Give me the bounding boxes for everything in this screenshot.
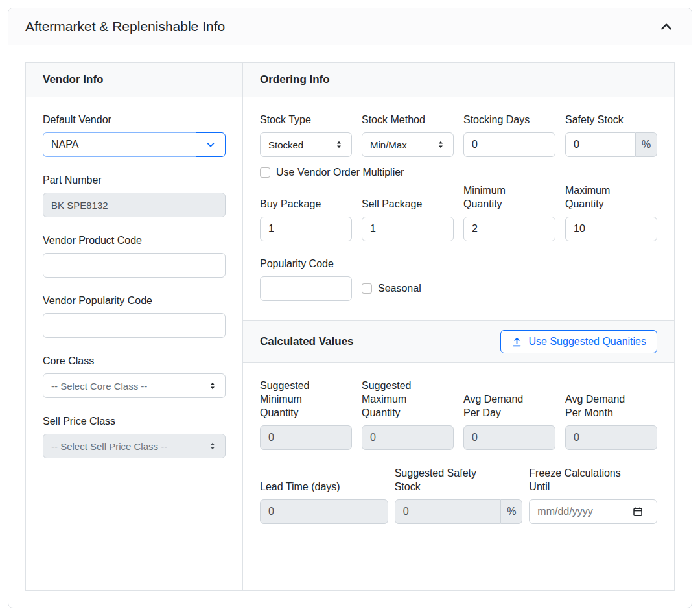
default-vendor-input[interactable] bbox=[43, 132, 196, 157]
stock-method-value: Min/Max bbox=[370, 139, 407, 150]
minimum-quantity-input[interactable] bbox=[463, 217, 555, 241]
card-title: Aftermarket & Replenishable Info bbox=[25, 19, 225, 34]
use-suggested-quantities-button[interactable]: Use Suggested Quanities bbox=[500, 330, 657, 353]
core-class-value: -- Select Core Class -- bbox=[51, 381, 147, 392]
use-vendor-order-multiplier-checkbox[interactable] bbox=[260, 167, 270, 178]
ordering-row-2: Buy Package Sell Package Minimum Quantit… bbox=[260, 184, 657, 241]
seasonal-label: Seasonal bbox=[378, 283, 421, 294]
sell-price-class-field: Sell Price Class -- Select Sell Price Cl… bbox=[43, 414, 226, 458]
stock-type-value: Stocked bbox=[268, 139, 303, 150]
core-class-label[interactable]: Core Class bbox=[43, 354, 226, 368]
lead-time-label: Lead Time (days) bbox=[260, 480, 388, 493]
lead-time-input bbox=[260, 499, 388, 524]
suggested-safety-stock-input bbox=[395, 499, 502, 524]
popularity-code-input[interactable] bbox=[260, 276, 352, 301]
buy-package-field: Buy Package bbox=[260, 197, 352, 241]
ordering-info-title: Ordering Info bbox=[243, 63, 674, 97]
sell-price-class-select: -- Select Sell Price Class -- bbox=[43, 434, 226, 458]
avg-demand-per-day-label: Avg Demand Per Day bbox=[463, 392, 538, 420]
stock-method-label: Stock Method bbox=[362, 113, 454, 126]
popularity-code-label: Popularity Code bbox=[260, 257, 352, 270]
core-class-field: Core Class -- Select Core Class -- bbox=[43, 354, 226, 398]
stocking-days-input[interactable] bbox=[463, 132, 555, 157]
stock-type-label: Stock Type bbox=[260, 113, 352, 126]
suggested-maximum-quantity-label: Suggested Maximum Quantity bbox=[362, 379, 423, 420]
seasonal-checkbox[interactable] bbox=[362, 283, 372, 294]
safety-stock-input[interactable] bbox=[565, 132, 636, 157]
sell-package-field: Sell Package bbox=[362, 197, 454, 241]
ordering-row-1: Stock Type Stocked Stock Method bbox=[260, 113, 657, 157]
maximum-quantity-label: Maximum Quantity bbox=[565, 184, 627, 211]
use-vendor-order-multiplier-row: Use Vendor Order Multiplier bbox=[260, 167, 657, 178]
vendor-product-code-label: Vendor Product Code bbox=[43, 233, 226, 247]
suggested-maximum-quantity-field: Suggested Maximum Quantity bbox=[362, 379, 454, 450]
sell-price-class-value: -- Select Sell Price Class -- bbox=[51, 441, 167, 452]
avg-demand-per-month-field: Avg Demand Per Month bbox=[565, 392, 657, 450]
suggested-safety-stock-group: % bbox=[395, 499, 523, 524]
panel-box: Vendor Info Default Vendor bbox=[25, 62, 675, 591]
stock-method-select[interactable]: Min/Max bbox=[362, 132, 454, 157]
card-body: Vendor Info Default Vendor bbox=[8, 45, 692, 608]
default-vendor-field: Default Vendor bbox=[43, 113, 226, 157]
double-arrow-icon bbox=[208, 441, 217, 451]
sell-package-input[interactable] bbox=[362, 217, 454, 241]
vendor-popularity-code-field: Vendor Popularity Code bbox=[43, 294, 226, 338]
freeze-calculations-date-input[interactable] bbox=[529, 499, 657, 524]
calculated-values-body: Suggested Minimum Quantity Suggested Max… bbox=[243, 363, 674, 543]
page: Aftermarket & Replenishable Info Vendor … bbox=[0, 0, 700, 616]
maximum-quantity-field: Maximum Quantity bbox=[565, 184, 657, 241]
freeze-calculations-field: Freeze Calculations Until bbox=[529, 466, 657, 524]
buy-package-label: Buy Package bbox=[260, 197, 352, 211]
percent-addon: % bbox=[636, 132, 657, 157]
aftermarket-card: Aftermarket & Replenishable Info Vendor … bbox=[8, 8, 692, 608]
chevron-down-icon bbox=[205, 139, 216, 150]
double-arrow-icon bbox=[208, 381, 217, 391]
stocking-days-label: Stocking Days bbox=[463, 113, 555, 126]
vendor-info-body: Default Vendor Part bbox=[26, 97, 242, 478]
maximum-quantity-input[interactable] bbox=[565, 217, 657, 241]
ordering-info-body: Stock Type Stocked Stock Method bbox=[243, 97, 674, 320]
safety-stock-group: % bbox=[565, 132, 657, 157]
avg-demand-per-day-input bbox=[463, 425, 555, 450]
avg-demand-per-day-field: Avg Demand Per Day bbox=[463, 392, 555, 450]
card-header[interactable]: Aftermarket & Replenishable Info bbox=[8, 8, 692, 45]
chevron-up-icon bbox=[659, 19, 673, 34]
arrow-up-from-line-icon bbox=[511, 337, 522, 348]
double-arrow-icon bbox=[436, 139, 445, 150]
vendor-info-panel: Vendor Info Default Vendor bbox=[26, 63, 243, 590]
suggested-maximum-quantity-input bbox=[362, 425, 454, 450]
stock-type-field: Stock Type Stocked bbox=[260, 113, 352, 157]
part-number-field: Part Number bbox=[43, 173, 226, 217]
vendor-product-code-input[interactable] bbox=[43, 253, 226, 278]
suggested-minimum-quantity-label: Suggested Minimum Quantity bbox=[260, 379, 321, 420]
part-number-input bbox=[43, 193, 226, 217]
stock-method-field: Stock Method Min/Max bbox=[362, 113, 454, 157]
buy-package-input[interactable] bbox=[260, 217, 352, 241]
part-number-label[interactable]: Part Number bbox=[43, 173, 226, 187]
default-vendor-dropdown-button[interactable] bbox=[196, 132, 226, 157]
freeze-calculations-date-wrap bbox=[529, 499, 657, 524]
avg-demand-per-month-input bbox=[565, 425, 657, 450]
stock-type-select[interactable]: Stocked bbox=[260, 132, 352, 157]
ordering-info-panel: Ordering Info Stock Type Stocked bbox=[243, 63, 674, 590]
vendor-popularity-code-label: Vendor Popularity Code bbox=[43, 294, 226, 307]
suggested-minimum-quantity-field: Suggested Minimum Quantity bbox=[260, 379, 352, 450]
use-suggested-quantities-label: Use Suggested Quanities bbox=[529, 336, 646, 348]
collapse-button[interactable] bbox=[658, 18, 675, 35]
calculated-row-1: Suggested Minimum Quantity Suggested Max… bbox=[260, 379, 657, 450]
safety-stock-field: Safety Stock % bbox=[565, 113, 657, 157]
percent-addon: % bbox=[501, 499, 522, 524]
minimum-quantity-field: Minimum Quantity bbox=[463, 184, 555, 241]
sell-package-label[interactable]: Sell Package bbox=[362, 197, 454, 211]
default-vendor-label: Default Vendor bbox=[43, 113, 226, 126]
freeze-calculations-label: Freeze Calculations Until bbox=[529, 466, 638, 493]
core-class-select[interactable]: -- Select Core Class -- bbox=[43, 373, 226, 398]
popularity-code-field: Popularity Code bbox=[260, 257, 352, 301]
ordering-row-3: Popularity Code Seasonal bbox=[260, 257, 657, 301]
vendor-popularity-code-input[interactable] bbox=[43, 313, 226, 338]
use-vendor-order-multiplier-label: Use Vendor Order Multiplier bbox=[276, 167, 404, 178]
lead-time-field: Lead Time (days) bbox=[260, 480, 388, 524]
vendor-info-title: Vendor Info bbox=[26, 63, 242, 97]
suggested-minimum-quantity-input bbox=[260, 425, 352, 450]
safety-stock-label: Safety Stock bbox=[565, 113, 657, 126]
